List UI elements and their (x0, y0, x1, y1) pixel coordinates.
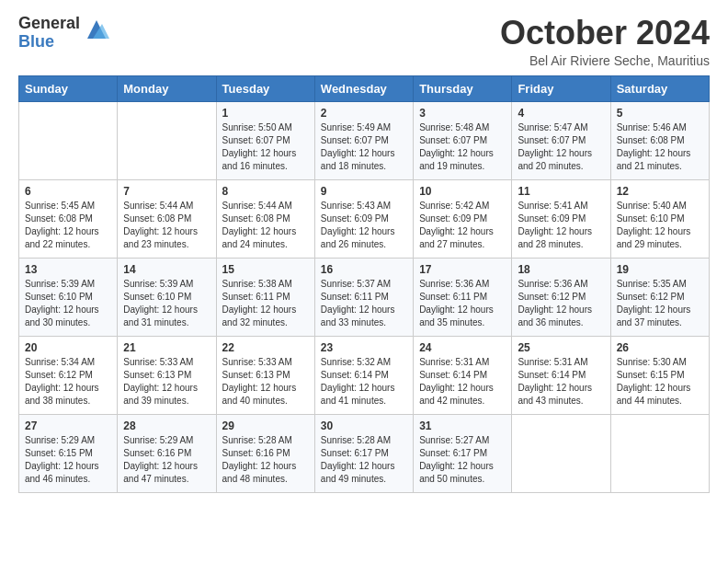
calendar-day-header: Sunday (19, 75, 118, 101)
calendar-cell: 23Sunrise: 5:32 AMSunset: 6:14 PMDayligh… (314, 336, 413, 414)
header: General Blue October 2024 Bel Air Rivier… (18, 15, 710, 68)
calendar-cell: 12Sunrise: 5:40 AMSunset: 6:10 PMDayligh… (610, 179, 709, 258)
day-number: 1 (222, 107, 309, 120)
logo-icon (84, 17, 109, 42)
month-title: October 2024 (500, 15, 710, 52)
calendar-day-header: Monday (118, 75, 216, 101)
cell-info: Sunrise: 5:35 AMSunset: 6:12 PMDaylight:… (617, 279, 691, 327)
day-number: 6 (25, 185, 111, 198)
cell-info: Sunrise: 5:44 AMSunset: 6:08 PMDaylight:… (222, 201, 297, 249)
calendar-cell (19, 101, 118, 179)
day-number: 14 (123, 263, 210, 276)
calendar-cell: 26Sunrise: 5:30 AMSunset: 6:15 PMDayligh… (610, 336, 709, 414)
day-number: 24 (419, 341, 506, 354)
calendar-cell: 31Sunrise: 5:27 AMSunset: 6:17 PMDayligh… (414, 414, 512, 492)
calendar-cell: 22Sunrise: 5:33 AMSunset: 6:13 PMDayligh… (216, 336, 314, 414)
calendar-cell: 9Sunrise: 5:43 AMSunset: 6:09 PMDaylight… (314, 179, 413, 258)
day-number: 9 (321, 185, 407, 198)
day-number: 10 (419, 185, 506, 198)
cell-info: Sunrise: 5:47 AMSunset: 6:07 PMDaylight:… (518, 122, 592, 171)
day-number: 7 (123, 185, 210, 198)
day-number: 27 (25, 419, 111, 432)
calendar-cell: 27Sunrise: 5:29 AMSunset: 6:15 PMDayligh… (19, 414, 118, 492)
calendar-cell: 21Sunrise: 5:33 AMSunset: 6:13 PMDayligh… (118, 336, 216, 414)
calendar-cell: 20Sunrise: 5:34 AMSunset: 6:12 PMDayligh… (19, 336, 118, 414)
calendar-cell: 1Sunrise: 5:50 AMSunset: 6:07 PMDaylight… (216, 101, 314, 179)
cell-info: Sunrise: 5:31 AMSunset: 6:14 PMDaylight:… (518, 357, 592, 406)
calendar-cell: 8Sunrise: 5:44 AMSunset: 6:08 PMDaylight… (216, 179, 314, 258)
day-number: 31 (419, 419, 506, 432)
logo-general: General (18, 15, 80, 33)
day-number: 17 (419, 263, 506, 276)
day-number: 15 (222, 263, 309, 276)
cell-info: Sunrise: 5:29 AMSunset: 6:16 PMDaylight:… (123, 435, 198, 484)
cell-info: Sunrise: 5:46 AMSunset: 6:08 PMDaylight:… (617, 122, 691, 171)
day-number: 8 (222, 185, 309, 198)
cell-info: Sunrise: 5:50 AMSunset: 6:07 PMDaylight:… (222, 122, 297, 171)
day-number: 30 (321, 419, 407, 432)
cell-info: Sunrise: 5:41 AMSunset: 6:09 PMDaylight:… (518, 201, 592, 249)
day-number: 11 (518, 185, 604, 198)
cell-info: Sunrise: 5:48 AMSunset: 6:07 PMDaylight:… (419, 122, 494, 171)
calendar-day-header: Tuesday (216, 75, 314, 101)
cell-info: Sunrise: 5:27 AMSunset: 6:17 PMDaylight:… (419, 435, 494, 484)
cell-info: Sunrise: 5:28 AMSunset: 6:16 PMDaylight:… (222, 435, 297, 484)
calendar-cell: 13Sunrise: 5:39 AMSunset: 6:10 PMDayligh… (19, 258, 118, 336)
cell-info: Sunrise: 5:33 AMSunset: 6:13 PMDaylight:… (123, 357, 198, 406)
cell-info: Sunrise: 5:49 AMSunset: 6:07 PMDaylight:… (321, 122, 395, 171)
day-number: 13 (25, 263, 111, 276)
calendar-day-header: Friday (512, 75, 610, 101)
calendar-cell: 2Sunrise: 5:49 AMSunset: 6:07 PMDaylight… (314, 101, 413, 179)
day-number: 4 (518, 107, 604, 120)
cell-info: Sunrise: 5:32 AMSunset: 6:14 PMDaylight:… (321, 357, 395, 406)
calendar-cell: 6Sunrise: 5:45 AMSunset: 6:08 PMDaylight… (19, 179, 118, 258)
calendar-cell (512, 414, 610, 492)
calendar-cell: 5Sunrise: 5:46 AMSunset: 6:08 PMDaylight… (610, 101, 709, 179)
calendar-cell: 17Sunrise: 5:36 AMSunset: 6:11 PMDayligh… (414, 258, 512, 336)
calendar-cell: 28Sunrise: 5:29 AMSunset: 6:16 PMDayligh… (118, 414, 216, 492)
calendar-day-header: Wednesday (314, 75, 413, 101)
subtitle: Bel Air Riviere Seche, Mauritius (500, 53, 710, 68)
day-number: 29 (222, 419, 309, 432)
calendar-cell: 7Sunrise: 5:44 AMSunset: 6:08 PMDaylight… (118, 179, 216, 258)
page: General Blue October 2024 Bel Air Rivier… (0, 0, 728, 511)
calendar-cell: 3Sunrise: 5:48 AMSunset: 6:07 PMDaylight… (414, 101, 512, 179)
calendar-day-header: Saturday (610, 75, 709, 101)
day-number: 20 (25, 341, 111, 354)
calendar-cell: 30Sunrise: 5:28 AMSunset: 6:17 PMDayligh… (314, 414, 413, 492)
day-number: 12 (617, 185, 703, 198)
day-number: 5 (617, 107, 703, 120)
cell-info: Sunrise: 5:28 AMSunset: 6:17 PMDaylight:… (321, 435, 395, 484)
cell-info: Sunrise: 5:38 AMSunset: 6:11 PMDaylight:… (222, 279, 297, 327)
cell-info: Sunrise: 5:34 AMSunset: 6:12 PMDaylight:… (25, 357, 99, 406)
calendar-cell: 4Sunrise: 5:47 AMSunset: 6:07 PMDaylight… (512, 101, 610, 179)
cell-info: Sunrise: 5:29 AMSunset: 6:15 PMDaylight:… (25, 435, 99, 484)
calendar-header-row: SundayMondayTuesdayWednesdayThursdayFrid… (19, 75, 710, 101)
calendar-cell (118, 101, 216, 179)
day-number: 2 (321, 107, 407, 120)
day-number: 25 (518, 341, 604, 354)
cell-info: Sunrise: 5:30 AMSunset: 6:15 PMDaylight:… (617, 357, 691, 406)
day-number: 21 (123, 341, 210, 354)
day-number: 18 (518, 263, 604, 276)
cell-info: Sunrise: 5:36 AMSunset: 6:12 PMDaylight:… (518, 279, 592, 327)
title-area: October 2024 Bel Air Riviere Seche, Maur… (500, 15, 710, 68)
calendar-week-row: 27Sunrise: 5:29 AMSunset: 6:15 PMDayligh… (19, 414, 710, 492)
day-number: 3 (419, 107, 506, 120)
calendar-week-row: 6Sunrise: 5:45 AMSunset: 6:08 PMDaylight… (19, 179, 710, 258)
calendar-cell: 19Sunrise: 5:35 AMSunset: 6:12 PMDayligh… (610, 258, 709, 336)
cell-info: Sunrise: 5:31 AMSunset: 6:14 PMDaylight:… (419, 357, 494, 406)
cell-info: Sunrise: 5:40 AMSunset: 6:10 PMDaylight:… (617, 201, 691, 249)
calendar-cell: 18Sunrise: 5:36 AMSunset: 6:12 PMDayligh… (512, 258, 610, 336)
cell-info: Sunrise: 5:37 AMSunset: 6:11 PMDaylight:… (321, 279, 395, 327)
calendar-table: SundayMondayTuesdayWednesdayThursdayFrid… (18, 75, 710, 493)
cell-info: Sunrise: 5:44 AMSunset: 6:08 PMDaylight:… (123, 201, 198, 249)
cell-info: Sunrise: 5:33 AMSunset: 6:13 PMDaylight:… (222, 357, 297, 406)
calendar-week-row: 20Sunrise: 5:34 AMSunset: 6:12 PMDayligh… (19, 336, 710, 414)
calendar-cell: 14Sunrise: 5:39 AMSunset: 6:10 PMDayligh… (118, 258, 216, 336)
day-number: 16 (321, 263, 407, 276)
calendar-week-row: 1Sunrise: 5:50 AMSunset: 6:07 PMDaylight… (19, 101, 710, 179)
calendar-day-header: Thursday (414, 75, 512, 101)
calendar-cell (610, 414, 709, 492)
logo-blue: Blue (18, 33, 80, 52)
